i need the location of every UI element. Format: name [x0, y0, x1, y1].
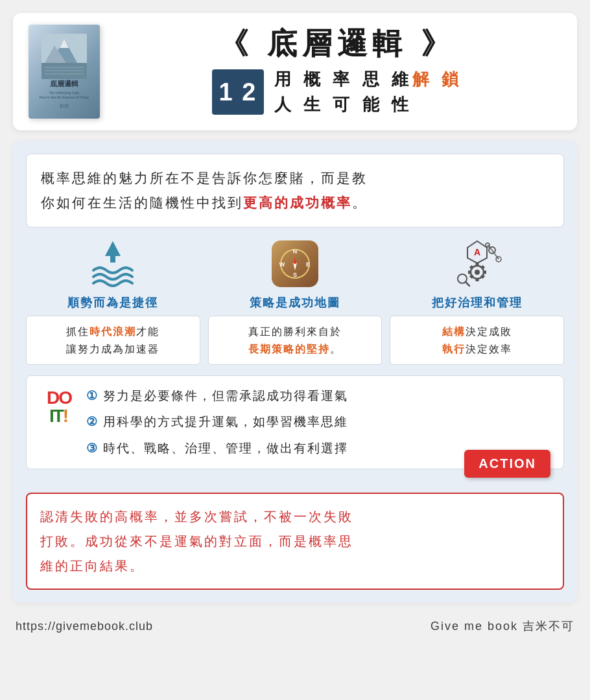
book-cover-author: 劉潤 [60, 103, 69, 110]
doit-item-2: ② 用科學的方式提升運氣，如學習機率思維 [86, 412, 550, 432]
column-item-1: 順勢而為是捷徑 抓住時代浪潮才能讓努力成為加速器 [26, 238, 200, 365]
main-section: 概率思維的魅力所在不是告訴你怎麼賭，而是教 你如何在生活的隨機性中找到更高的成功… [13, 141, 577, 603]
book-cover-title-zh: 底層邏輯 [50, 79, 78, 88]
column-desc-2: 真正的勝利來自於長期策略的堅持。 [248, 323, 342, 358]
column-desc-box-3: 結構決定成敗執行決定效率 [390, 316, 564, 365]
three-columns: 順勢而為是捷徑 抓住時代浪潮才能讓努力成為加速器 N S [26, 238, 564, 365]
wave-icon [87, 238, 139, 290]
svg-rect-22 [468, 270, 471, 274]
footer-url: https://givemebook.club [16, 620, 153, 633]
doit-item-1: ① 努力是必要條件，但需承認成功得看運氣 [86, 386, 550, 406]
svg-rect-23 [483, 270, 486, 274]
column-label-1: 順勢而為是捷徑 [67, 295, 158, 310]
svg-text:W: W [279, 261, 285, 268]
quote-highlight: 更高的成功概率 [243, 195, 352, 210]
column-label-3: 把好治理和管理 [432, 295, 523, 310]
doit-it: IT [49, 407, 63, 425]
svg-text:E: E [306, 261, 310, 268]
svg-text:S: S [293, 272, 297, 278]
doit-section: DO IT ! ① 努力是必要條件，但需承認成功得看運氣 ② 用科學的方式提升運… [26, 375, 564, 469]
subtitle-row: 1 2 用 概 率 思 維解 鎖 人 生 可 能 性 [212, 67, 462, 117]
quote-text: 概率思維的魅力所在不是告訴你怎麼賭，而是教 你如何在生活的隨機性中找到更高的成功… [41, 166, 549, 215]
chapter-badge: 1 2 [212, 69, 264, 115]
column-desc-box-2: 真正的勝利來自於長期策略的堅持。 [208, 316, 383, 365]
svg-rect-20 [475, 263, 478, 266]
column-item-3: A [390, 238, 564, 365]
svg-marker-15 [293, 262, 297, 270]
svg-text:A: A [474, 247, 480, 257]
svg-marker-8 [105, 241, 121, 262]
svg-rect-24 [469, 265, 474, 270]
network-icon: A [451, 238, 503, 290]
svg-line-29 [466, 282, 469, 286]
compass-icon: N S W E [269, 238, 321, 290]
book-cover-title-en: The Underlying LogicHow to See the Essen… [37, 89, 92, 100]
page-wrapper: 底層邏輯 The Underlying LogicHow to See the … [13, 13, 577, 639]
svg-rect-21 [475, 278, 478, 281]
action-button[interactable]: ACTION [464, 450, 550, 478]
svg-text:N: N [293, 248, 298, 255]
subtitle-line1: 用 概 率 思 維解 鎖 [274, 67, 462, 92]
header-section: 底層邏輯 The Underlying LogicHow to See the … [13, 13, 577, 130]
footer-section: https://givemebook.club Give me book 吉米不… [13, 613, 577, 639]
doit-exclaim: ! [63, 407, 69, 425]
column-desc-3: 結構決定成敗執行決定效率 [442, 323, 512, 358]
svg-point-19 [475, 270, 480, 275]
book-cover-illustration [41, 34, 87, 79]
footer-brand: Give me book 吉米不可 [431, 618, 574, 634]
subtitle-highlight: 解 鎖 [412, 69, 462, 89]
subtitle-line2: 人 生 可 能 性 [274, 92, 462, 117]
quote-box: 概率思維的魅力所在不是告訴你怎麼賭，而是教 你如何在生活的隨機性中找到更高的成功… [26, 154, 564, 228]
column-item-2: N S W E 策略是成功地圖 真正的勝利來自於長期策略的堅持。 [208, 238, 383, 365]
doit-do: DO [47, 389, 71, 407]
main-title: 《 底層邏輯 》 [218, 26, 456, 62]
doit-items: ① 努力是必要條件，但需承認成功得看運氣 ② 用科學的方式提升運氣，如學習機率思… [86, 386, 550, 458]
header-right: 《 底層邏輯 》 1 2 用 概 率 思 維解 鎖 人 生 可 能 性 [113, 26, 561, 117]
column-desc-box-1: 抓住時代浪潮才能讓努力成為加速器 [26, 316, 200, 365]
column-desc-1: 抓住時代浪潮才能讓努力成為加速器 [66, 323, 159, 358]
bottom-quote-text: 認清失敗的高概率，並多次嘗試，不被一次失敗 打敗。成功從來不是運氣的對立面，而是… [40, 504, 550, 578]
column-label-2: 策略是成功地圖 [250, 295, 340, 310]
svg-rect-25 [480, 265, 485, 270]
bottom-quote: 認清失敗的高概率，並多次嘗試，不被一次失敗 打敗。成功從來不是運氣的對立面，而是… [26, 493, 564, 590]
doit-badge: DO IT ! [40, 386, 78, 458]
book-cover: 底層邏輯 The Underlying LogicHow to See the … [29, 25, 100, 119]
